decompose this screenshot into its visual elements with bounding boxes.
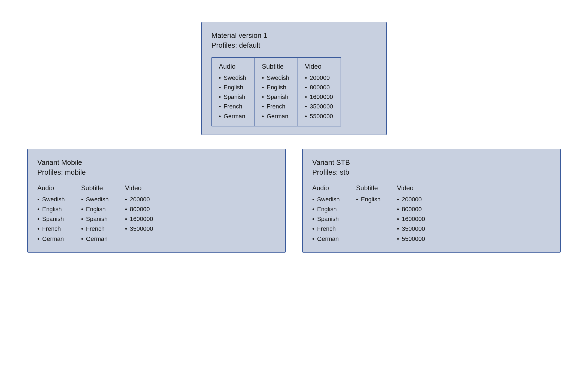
material-card: Material version 1 Profiles: default Aud…	[201, 22, 387, 135]
bottom-row: Variant Mobile Profiles: mobile Audio Sw…	[27, 149, 561, 253]
material-video-box: Video 200000 800000 1600000 3500000 5500…	[298, 57, 341, 126]
list-item: English	[312, 204, 340, 214]
variant-mobile-title: Variant Mobile Profiles: mobile	[37, 157, 276, 177]
material-audio-label: Audio	[219, 63, 248, 70]
list-item: German	[262, 111, 291, 121]
list-item: Spanish	[219, 92, 248, 102]
list-item: Spanish	[312, 214, 340, 224]
list-item: Swedish	[219, 73, 248, 83]
material-title: Material version 1 Profiles: default	[211, 31, 377, 50]
material-subtitle-label: Subtitle	[262, 63, 291, 70]
variant-stb-subtitle-list: English	[356, 195, 381, 204]
variant-mobile-title-line1: Variant Mobile	[37, 158, 82, 166]
variant-stb-title: Variant STB Profiles: stb	[312, 157, 551, 177]
list-item: Swedish	[262, 73, 291, 83]
list-item: 1600000	[125, 214, 153, 224]
list-item: Swedish	[312, 195, 340, 204]
list-item: 5500000	[305, 111, 334, 121]
list-item: English	[262, 83, 291, 92]
variant-mobile-subtitle-label: Subtitle	[81, 184, 109, 192]
list-item: German	[81, 234, 109, 244]
variant-mobile-video-col: Video 200000 800000 1600000 3500000	[125, 184, 153, 244]
list-item: 3500000	[125, 224, 153, 234]
list-item: 200000	[397, 195, 425, 204]
variant-mobile-subtitle-col: Subtitle Swedish English Spanish French …	[81, 184, 109, 244]
list-item: German	[219, 111, 248, 121]
variant-stb-video-label: Video	[397, 184, 425, 192]
variant-stb-video-list: 200000 800000 1600000 3500000 5500000	[397, 195, 425, 244]
variant-stb-video-col: Video 200000 800000 1600000 3500000 5500…	[397, 184, 425, 244]
list-item: French	[312, 224, 340, 234]
variant-stb-card: Variant STB Profiles: stb Audio Swedish …	[302, 149, 561, 253]
list-item: French	[262, 102, 291, 111]
list-item: 200000	[125, 195, 153, 204]
variant-stb-subtitle-col: Subtitle English	[356, 184, 381, 244]
material-subtitle-list: Swedish English Spanish French German	[262, 73, 291, 121]
list-item: English	[37, 204, 65, 214]
list-item: Spanish	[81, 214, 109, 224]
variant-mobile-audio-label: Audio	[37, 184, 65, 192]
list-item: English	[356, 195, 381, 204]
list-item: Spanish	[262, 92, 291, 102]
list-item: Spanish	[37, 214, 65, 224]
variant-mobile-title-line2: Profiles: mobile	[37, 168, 86, 176]
material-title-line1: Material version 1	[211, 31, 267, 40]
material-video-list: 200000 800000 1600000 3500000 5500000	[305, 73, 334, 121]
list-item: 800000	[397, 204, 425, 214]
variant-stb-subtitle-label: Subtitle	[356, 184, 381, 192]
variant-stb-audio-list: Swedish English Spanish French German	[312, 195, 340, 244]
variant-stb-title-line2: Profiles: stb	[312, 168, 349, 176]
variant-stb-title-line1: Variant STB	[312, 158, 350, 166]
list-item: 3500000	[397, 224, 425, 234]
list-item: 1600000	[305, 92, 334, 102]
list-item: French	[81, 224, 109, 234]
variant-mobile-card: Variant Mobile Profiles: mobile Audio Sw…	[27, 149, 286, 253]
variant-mobile-subtitle-list: Swedish English Spanish French German	[81, 195, 109, 244]
material-subtitle-box: Subtitle Swedish English Spanish French …	[254, 57, 298, 126]
top-row: Material version 1 Profiles: default Aud…	[27, 22, 561, 135]
list-item: Swedish	[81, 195, 109, 204]
material-audio-list: Swedish English Spanish French German	[219, 73, 248, 121]
list-item: 5500000	[397, 234, 425, 244]
list-item: English	[219, 83, 248, 92]
list-item: 800000	[125, 204, 153, 214]
variant-stb-audio-col: Audio Swedish English Spanish French Ger…	[312, 184, 340, 244]
list-item: German	[37, 234, 65, 244]
variant-stb-audio-label: Audio	[312, 184, 340, 192]
list-item: 800000	[305, 83, 334, 92]
list-item: English	[81, 204, 109, 214]
page-container: Material version 1 Profiles: default Aud…	[11, 11, 577, 263]
list-item: Swedish	[37, 195, 65, 204]
variant-mobile-tracks: Audio Swedish English Spanish French Ger…	[37, 184, 276, 244]
variant-mobile-audio-col: Audio Swedish English Spanish French Ger…	[37, 184, 65, 244]
material-title-line2: Profiles: default	[211, 41, 260, 49]
material-audio-box: Audio Swedish English Spanish French Ger…	[211, 57, 255, 126]
variant-stb-tracks: Audio Swedish English Spanish French Ger…	[312, 184, 551, 244]
list-item: 200000	[305, 73, 334, 83]
variant-mobile-audio-list: Swedish English Spanish French German	[37, 195, 65, 244]
list-item: 3500000	[305, 102, 334, 111]
material-tracks: Audio Swedish English Spanish French Ger…	[211, 57, 377, 126]
list-item: 1600000	[397, 214, 425, 224]
material-video-label: Video	[305, 63, 334, 70]
variant-mobile-video-label: Video	[125, 184, 153, 192]
list-item: French	[219, 102, 248, 111]
variant-mobile-video-list: 200000 800000 1600000 3500000	[125, 195, 153, 234]
list-item: French	[37, 224, 65, 234]
list-item: German	[312, 234, 340, 244]
